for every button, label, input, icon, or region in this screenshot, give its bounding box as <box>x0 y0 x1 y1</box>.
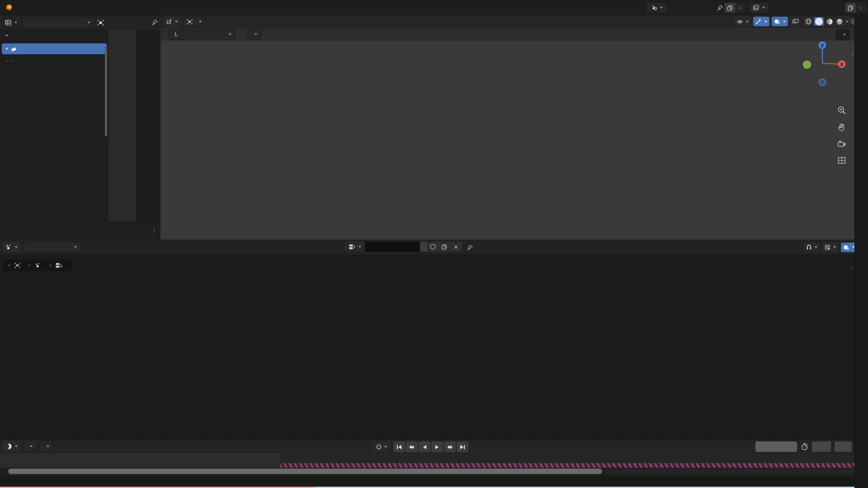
camera-view-icon[interactable] <box>837 140 846 148</box>
node-overlays-toggle[interactable] <box>841 243 854 252</box>
jump-to-end-button[interactable] <box>457 441 468 452</box>
scene-pin-icon[interactable] <box>715 3 725 13</box>
prev-keyframe-button[interactable] <box>406 441 418 452</box>
node-grid-snap-button[interactable] <box>822 243 838 252</box>
xray-toggle[interactable] <box>790 17 801 26</box>
dataset-dropdown[interactable] <box>22 17 94 28</box>
svg-text:3: 3 <box>61 265 62 268</box>
shading-wireframe-button[interactable] <box>804 17 813 26</box>
proportional-edit-icon[interactable] <box>850 19 854 25</box>
spreadsheet-table <box>108 30 160 221</box>
grid-snap-icon <box>825 244 830 250</box>
shading-rendered-button[interactable] <box>835 17 844 26</box>
viewport-editor-icon <box>165 19 172 25</box>
viewlayer-delete-button[interactable]: × <box>856 3 866 13</box>
viewport-editor-type-button[interactable] <box>163 17 180 27</box>
pan-tool-icon[interactable] <box>837 123 846 132</box>
viewlayer-selector: × <box>749 3 866 13</box>
shield-icon <box>430 244 436 250</box>
nodetree-unlink-button[interactable]: × <box>450 242 462 252</box>
nodetree-browse-button[interactable] <box>345 242 365 252</box>
viewlayer-name-field[interactable] <box>769 3 845 13</box>
svg-text:X: X <box>840 62 844 67</box>
shading-solid-button[interactable] <box>814 17 824 26</box>
fake-user-button[interactable] <box>427 242 439 252</box>
next-keyframe-button[interactable] <box>444 441 456 452</box>
drag-dropdown[interactable] <box>247 29 261 40</box>
spreadsheet-editor-type-button[interactable] <box>3 18 19 28</box>
tree-root-row[interactable] <box>0 30 108 42</box>
pin-icon[interactable] <box>467 244 473 251</box>
end-frame-field[interactable] <box>835 441 852 452</box>
simulation-cache-band <box>280 463 868 468</box>
node-sidebar-collapse-arrow[interactable]: ‹ <box>851 265 853 271</box>
gizmo-icon <box>755 19 762 24</box>
blender-window: × × <box>0 0 868 488</box>
node-editor-type-button[interactable] <box>3 242 20 252</box>
node-canvas[interactable] <box>0 239 854 439</box>
viewlayer-browse-button[interactable] <box>749 3 769 13</box>
topbar: × × <box>0 0 868 16</box>
viewlayer-icon <box>753 5 760 11</box>
overlays-icon <box>774 19 780 24</box>
play-button[interactable] <box>431 441 443 452</box>
object-icon <box>14 263 20 268</box>
node-snapping-button[interactable] <box>804 243 820 252</box>
ortho-toggle-icon[interactable] <box>837 156 846 164</box>
tree-selected-row[interactable] <box>2 43 107 54</box>
breadcrumb: › › › 3 <box>3 259 72 271</box>
gizmos-toggle[interactable] <box>753 17 769 26</box>
timeline-editor-icon <box>5 443 12 450</box>
timeline-header <box>0 440 868 453</box>
breadcrumb-expand-arrow[interactable]: › <box>8 262 10 268</box>
nodetree-copy-button[interactable] <box>439 242 450 252</box>
overlays-toggle[interactable] <box>772 17 788 26</box>
node-mode-dropdown[interactable] <box>23 242 81 253</box>
scene-copy-button[interactable] <box>725 3 735 13</box>
viewlayer-copy-button[interactable] <box>845 3 856 13</box>
shading-material-button[interactable] <box>825 17 834 26</box>
scene-browse-button[interactable] <box>647 3 666 13</box>
playback-dropdown[interactable] <box>23 441 37 452</box>
magnet-icon <box>806 244 812 250</box>
visibility-dropdown[interactable] <box>734 17 751 26</box>
record-icon <box>376 444 382 450</box>
orientation-dropdown[interactable] <box>169 29 236 40</box>
nodetree-icon: 3 <box>55 262 62 268</box>
eye-icon <box>736 19 743 24</box>
tree-partial-row[interactable]: ⌄⌄ <box>0 55 108 64</box>
spreadsheet-editor: ⌄⌄ | <box>0 15 161 239</box>
nodetree-name-field[interactable] <box>365 242 420 252</box>
timeline-menu-marker[interactable] <box>67 441 75 452</box>
current-frame-field[interactable] <box>755 441 797 452</box>
chevron-down-icon <box>5 48 8 50</box>
timeline-ruler[interactable] <box>0 453 868 468</box>
sidebar-collapse-arrow[interactable]: ‹ <box>852 52 854 57</box>
play-reverse-button[interactable] <box>419 441 430 452</box>
navigation-gizmo[interactable]: Z X <box>797 39 847 89</box>
status-bar <box>0 476 868 487</box>
viewport-scene[interactable] <box>160 15 854 239</box>
jump-to-start-button[interactable] <box>393 441 405 452</box>
keying-dropdown[interactable] <box>39 441 53 452</box>
mode-dropdown[interactable] <box>183 17 206 27</box>
zoom-tool-icon[interactable] <box>837 106 846 115</box>
timeline-menu-view[interactable] <box>56 441 64 452</box>
tree-scrollbar[interactable] <box>105 46 107 136</box>
timeline <box>0 439 868 476</box>
scene-delete-button[interactable]: × <box>735 3 745 13</box>
scene-name-field[interactable] <box>666 3 715 13</box>
timeline-editor-type-button[interactable] <box>3 441 20 451</box>
timeline-scrollbar-thumb[interactable] <box>8 469 602 474</box>
stopwatch-icon[interactable] <box>801 443 808 450</box>
nodetree-users-button[interactable] <box>420 242 427 252</box>
object-mode-icon <box>187 19 193 25</box>
auto-key-button[interactable] <box>373 442 390 452</box>
blender-logo-icon[interactable] <box>4 3 14 13</box>
viewport-3d[interactable]: Z X ‹ <box>160 15 854 239</box>
timeline-scrollbar[interactable] <box>0 468 868 475</box>
start-frame-field[interactable] <box>812 441 831 452</box>
overlays-icon <box>843 244 849 250</box>
scene-selector: × <box>647 3 745 13</box>
pin-icon[interactable] <box>151 19 158 26</box>
